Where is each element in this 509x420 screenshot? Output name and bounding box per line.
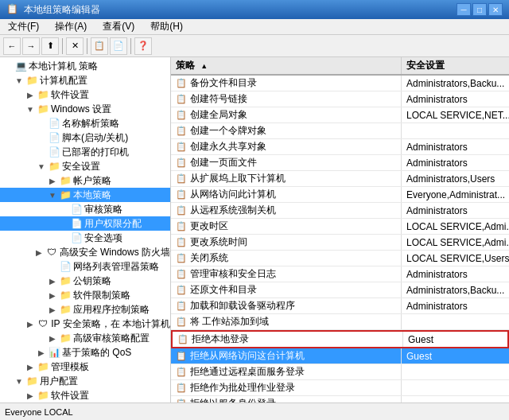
tree-item[interactable]: 📄脚本(启动/关机) bbox=[0, 130, 170, 145]
tree-item[interactable]: ▶📁软件设置 bbox=[0, 88, 170, 102]
tree-item[interactable]: ▶📁帐户策略 bbox=[0, 173, 170, 188]
toolbar-copy[interactable]: 📄 bbox=[110, 37, 127, 55]
policy-name: 拒绝本地登录 bbox=[192, 332, 249, 346]
table-row[interactable]: 📋更改时区LOCAL SERVICE,Admi... bbox=[171, 219, 509, 235]
menu-view[interactable]: 查看(V) bbox=[98, 19, 139, 34]
table-row[interactable]: 📋备份文件和目录Administrators,Backu... bbox=[171, 76, 509, 91]
policy-name: 还原文件和目录 bbox=[190, 283, 257, 297]
tree-item-label: 安全选项 bbox=[84, 231, 122, 245]
column-policy[interactable]: 策略 ▲ bbox=[171, 57, 402, 74]
tree-toggle-icon[interactable] bbox=[35, 117, 48, 130]
table-row[interactable]: 📋创建一页面文件Administrators bbox=[171, 155, 509, 171]
tree-toggle-icon[interactable]: ▶ bbox=[24, 88, 37, 101]
tree-toggle-icon[interactable]: ▼ bbox=[13, 74, 25, 87]
tree-toggle-icon[interactable] bbox=[35, 131, 48, 144]
table-row[interactable]: 📋还原文件和目录Administrators,Backu... bbox=[171, 282, 509, 298]
tree-folder-icon: 📄 bbox=[70, 231, 83, 244]
app-icon: 📋 bbox=[6, 3, 19, 16]
toolbar-help[interactable]: ❓ bbox=[134, 37, 152, 55]
tree-item[interactable]: ▶📁管理模板 bbox=[0, 360, 170, 374]
tree-toggle-icon[interactable]: ▼ bbox=[35, 160, 48, 173]
menu-file[interactable]: 文件(F) bbox=[3, 19, 44, 34]
tree-item[interactable]: ▼📁计算机配置 bbox=[0, 73, 170, 88]
table-row[interactable]: 📋拒绝从网络访问这台计算机Guest bbox=[171, 348, 509, 364]
tree-toggle-icon[interactable]: ▶ bbox=[33, 246, 45, 259]
tree-item[interactable]: ▶📁公钥策略 bbox=[0, 274, 170, 288]
table-row[interactable]: 📋创建符号链接Administrators bbox=[171, 91, 509, 107]
tree-toggle-icon[interactable] bbox=[2, 60, 14, 72]
table-row[interactable]: 📋关闭系统LOCAL SERVICE,Users,... bbox=[171, 251, 509, 266]
toolbar-back[interactable]: ← bbox=[3, 37, 21, 55]
minimize-button[interactable]: ─ bbox=[457, 3, 471, 16]
tree-item[interactable]: 💻本地计算机 策略 bbox=[0, 59, 170, 73]
table-row[interactable]: 📋拒绝作为批处理作业登录 bbox=[171, 380, 509, 396]
table-row[interactable]: 📋创建永久共享对象Administrators bbox=[171, 139, 509, 155]
tree-item[interactable]: ▶📁高级审核策略配置 bbox=[0, 331, 170, 345]
toolbar-properties[interactable]: 📋 bbox=[91, 37, 108, 55]
tree-toggle-icon[interactable]: ▶ bbox=[24, 317, 37, 330]
table-row[interactable]: 📋创建全局对象LOCAL SERVICE,NET... bbox=[171, 107, 509, 123]
tree-toggle-icon[interactable]: ▶ bbox=[46, 303, 59, 316]
tree-toggle-icon[interactable]: ▶ bbox=[46, 289, 59, 301]
tree-item[interactable]: ▶🛡高级安全 Windows 防火墙 bbox=[0, 245, 170, 259]
tree-item[interactable]: ▶🛡IP 安全策略，在 本地计算机 bbox=[0, 317, 170, 331]
table-row[interactable]: 📋从扩展坞上取下计算机Administrators,Users bbox=[171, 171, 509, 187]
table-row[interactable]: 📋从远程系统强制关机Administrators bbox=[171, 203, 509, 219]
maximize-button[interactable]: □ bbox=[472, 3, 487, 16]
tree-toggle-icon[interactable]: ▼ bbox=[13, 375, 25, 387]
cell-security: Administrators,Backu... bbox=[402, 282, 509, 298]
tree-toggle-icon[interactable] bbox=[57, 203, 70, 216]
table-row[interactable]: 📋更改系统时间LOCAL SERVICE,Admi... bbox=[171, 235, 509, 251]
tree-item[interactable]: 📄安全选项 bbox=[0, 231, 170, 245]
tree-item[interactable]: 📄审核策略 bbox=[0, 202, 170, 216]
tree-toggle-icon[interactable]: ▶ bbox=[46, 274, 59, 287]
tree-toggle-icon[interactable]: ▼ bbox=[46, 189, 59, 201]
tree-item[interactable]: ▼📁本地策略 bbox=[0, 188, 170, 202]
table-row[interactable]: 📋创建一个令牌对象 bbox=[171, 123, 509, 139]
table-row[interactable]: 📋拒绝本地登录Guest bbox=[171, 330, 509, 348]
close-button[interactable]: ✕ bbox=[488, 3, 503, 16]
tree-toggle-icon[interactable] bbox=[57, 217, 70, 230]
policy-icon: 📋 bbox=[176, 142, 187, 152]
tree-folder-icon: 🛡 bbox=[37, 317, 49, 330]
toolbar-delete[interactable]: ✕ bbox=[66, 37, 84, 55]
tree-item[interactable]: ▶📁应用程序控制策略 bbox=[0, 302, 170, 317]
column-security[interactable]: 安全设置 bbox=[402, 57, 509, 74]
window-controls[interactable]: ─ □ ✕ bbox=[457, 3, 503, 16]
menu-help[interactable]: 帮助(H) bbox=[146, 19, 188, 34]
tree-toggle-icon[interactable] bbox=[35, 146, 48, 158]
tree-item[interactable]: 📄已部署的打印机 bbox=[0, 145, 170, 159]
policy-name: 从扩展坞上取下计算机 bbox=[190, 172, 286, 185]
tree-toggle-icon[interactable]: ▶ bbox=[35, 346, 48, 359]
tree-item[interactable]: 📄网络列表管理器策略 bbox=[0, 259, 170, 274]
tree-toggle-icon[interactable]: ▶ bbox=[24, 360, 37, 373]
tree-item[interactable]: ▼📁用户配置 bbox=[0, 374, 170, 388]
tree-toggle-icon[interactable] bbox=[46, 260, 59, 273]
table-row[interactable]: 📋拒绝通过远程桌面服务登录 bbox=[171, 364, 509, 380]
tree-item[interactable]: ▼📁Windows 设置 bbox=[0, 102, 170, 116]
tree-folder-icon: 📁 bbox=[59, 174, 72, 187]
tree-item[interactable]: 📄名称解析策略 bbox=[0, 116, 170, 130]
toolbar-up[interactable]: ⬆ bbox=[41, 37, 59, 55]
menu-action[interactable]: 操作(A) bbox=[50, 19, 91, 34]
table-row[interactable]: 📋拒绝以服务身份登录 bbox=[171, 396, 509, 402]
tree-toggle-icon[interactable]: ▼ bbox=[24, 103, 37, 115]
tree-item[interactable]: ▼📁安全设置 bbox=[0, 159, 170, 173]
tree-toggle-icon[interactable]: ▶ bbox=[24, 389, 37, 402]
table-row[interactable]: 📋管理审核和安全日志Administrators bbox=[171, 266, 509, 282]
tree-panel[interactable]: 💻本地计算机 策略▼📁计算机配置▶📁软件设置▼📁Windows 设置 📄名称解析… bbox=[0, 57, 171, 402]
tree-item[interactable]: ▶📁软件设置 bbox=[0, 388, 170, 402]
tree-toggle-icon[interactable]: ▶ bbox=[46, 174, 59, 187]
tree-toggle-icon[interactable] bbox=[57, 231, 70, 244]
tree-folder-icon: 📁 bbox=[59, 189, 72, 201]
toolbar-forward[interactable]: → bbox=[22, 37, 40, 55]
content-panel[interactable]: 策略 ▲ 安全设置 📋备份文件和目录Administrators,Backu..… bbox=[171, 57, 509, 402]
table-row[interactable]: 📋加载和卸载设备驱动程序Administrators bbox=[171, 298, 509, 314]
tree-toggle-icon[interactable]: ▶ bbox=[46, 332, 59, 344]
tree-item[interactable]: ▶📁软件限制策略 bbox=[0, 288, 170, 302]
tree-item[interactable]: 📄用户权限分配 bbox=[0, 216, 170, 231]
table-row[interactable]: 📋从网络访问此计算机Everyone,Administrat... bbox=[171, 187, 509, 203]
cell-security bbox=[402, 364, 509, 379]
table-row[interactable]: 📋将 工作站添加到域 bbox=[171, 314, 509, 330]
tree-item[interactable]: ▶📊基于策略的 QoS bbox=[0, 345, 170, 360]
